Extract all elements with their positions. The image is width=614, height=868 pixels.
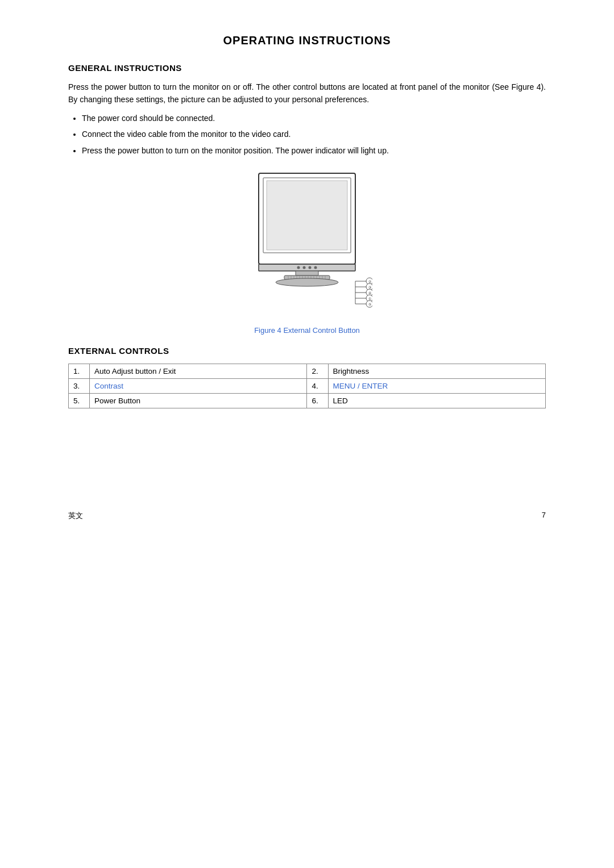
table-row: 1. Auto Adjust button / Exit 2. Brightne… — [69, 364, 546, 378]
table-cell-label-2: Brightness — [328, 364, 546, 378]
svg-rect-3 — [259, 264, 355, 271]
svg-text:②: ② — [368, 280, 371, 283]
table-cell-num-2: 2. — [307, 364, 328, 378]
bullet-item-2: Connect the video cable from the monitor… — [82, 128, 546, 140]
table-cell-label-4: MENU / ENTER — [328, 378, 546, 393]
table-cell-label-3: Contrast — [90, 378, 307, 393]
footer-page-number: 7 — [542, 511, 546, 521]
svg-point-24 — [276, 278, 338, 286]
bullet-item-3: Press the power button to turn on the mo… — [82, 144, 546, 157]
svg-point-6 — [309, 266, 312, 269]
svg-text:⑤: ⑤ — [368, 303, 371, 306]
bullet-item-1: The power cord should be connected. — [82, 112, 546, 124]
controls-table: 1. Auto Adjust button / Exit 2. Brightne… — [68, 364, 546, 408]
footer: 英文 7 — [68, 511, 546, 521]
general-instructions-title: GENERAL INSTRUCTIONS — [68, 63, 546, 73]
general-instructions-paragraph: Press the power button to turn the monit… — [68, 81, 546, 106]
footer-language: 英文 — [68, 511, 83, 521]
table-row: 3. Contrast 4. MENU / ENTER — [69, 378, 546, 393]
svg-point-5 — [303, 266, 306, 269]
monitor-illustration: ② ③ ④ ① ⑤ — [242, 170, 372, 324]
contrast-link[interactable]: Contrast — [94, 382, 123, 390]
table-cell-num-3: 3. — [69, 378, 90, 393]
figure-container: ② ③ ④ ① ⑤ Figure 4 External Control Butt… — [68, 170, 546, 335]
figure-caption: Figure 4 External Control Button — [254, 326, 360, 335]
general-instructions-section: GENERAL INSTRUCTIONS Press the power but… — [68, 63, 546, 157]
external-controls-section: EXTERNAL CONTROLS 1. Auto Adjust button … — [68, 346, 546, 408]
table-cell-num-6: 6. — [307, 393, 328, 408]
menu-enter-link[interactable]: MENU / ENTER — [333, 382, 388, 390]
table-cell-label-5: Power Button — [90, 393, 307, 408]
table-cell-num-1: 1. — [69, 364, 90, 378]
svg-rect-2 — [267, 181, 347, 250]
page-title: OPERATING INSTRUCTIONS — [68, 34, 546, 47]
table-cell-label-6: LED — [328, 393, 546, 408]
svg-rect-8 — [296, 271, 318, 276]
svg-text:①: ① — [368, 297, 371, 301]
table-row: 5. Power Button 6. LED — [69, 393, 546, 408]
table-cell-label-1: Auto Adjust button / Exit — [90, 364, 307, 378]
svg-point-4 — [297, 266, 300, 269]
external-controls-title: EXTERNAL CONTROLS — [68, 346, 546, 356]
svg-text:④: ④ — [368, 291, 371, 295]
svg-point-7 — [314, 266, 317, 269]
svg-text:③: ③ — [368, 286, 371, 289]
table-cell-num-5: 5. — [69, 393, 90, 408]
table-cell-num-4: 4. — [307, 378, 328, 393]
bullet-list: The power cord should be connected. Conn… — [82, 112, 546, 157]
